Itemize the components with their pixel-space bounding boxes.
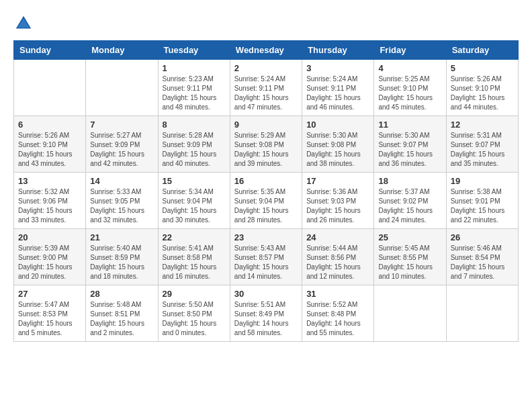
day-number: 17 [306,176,369,186]
day-of-week-header: Monday [86,41,158,60]
calendar-day-cell: 5Sunrise: 5:26 AM Sunset: 9:10 PM Daylig… [446,60,518,116]
day-number: 10 [306,120,369,130]
day-number: 13 [18,176,81,186]
calendar-day-cell: 14Sunrise: 5:33 AM Sunset: 9:05 PM Dayli… [86,173,158,229]
day-number: 14 [90,176,153,186]
day-number: 26 [451,232,514,242]
calendar-day-cell: 30Sunrise: 5:51 AM Sunset: 8:49 PM Dayli… [230,285,302,342]
day-info: Sunrise: 5:29 AM Sunset: 9:08 PM Dayligh… [234,131,298,169]
day-info: Sunrise: 5:30 AM Sunset: 9:08 PM Dayligh… [306,131,369,169]
calendar-day-cell: 11Sunrise: 5:30 AM Sunset: 9:07 PM Dayli… [374,116,446,173]
day-info: Sunrise: 5:33 AM Sunset: 9:05 PM Dayligh… [90,187,153,225]
page-header [13,13,519,34]
day-info: Sunrise: 5:41 AM Sunset: 8:58 PM Dayligh… [163,244,226,281]
day-number: 19 [451,176,514,186]
day-number: 7 [90,120,153,130]
day-number: 6 [18,120,81,130]
calendar-day-cell: 15Sunrise: 5:34 AM Sunset: 9:04 PM Dayli… [158,173,230,229]
calendar-table: SundayMondayTuesdayWednesdayThursdayFrid… [13,40,519,342]
calendar-day-cell: 2Sunrise: 5:24 AM Sunset: 9:11 PM Daylig… [230,60,302,116]
calendar-day-cell: 9Sunrise: 5:29 AM Sunset: 9:08 PM Daylig… [230,116,302,173]
day-info: Sunrise: 5:25 AM Sunset: 9:10 PM Dayligh… [378,75,441,112]
day-number: 1 [163,63,226,73]
calendar-day-cell: 18Sunrise: 5:37 AM Sunset: 9:02 PM Dayli… [374,173,446,229]
calendar-day-cell: 25Sunrise: 5:45 AM Sunset: 8:55 PM Dayli… [374,229,446,285]
calendar-day-cell: 3Sunrise: 5:24 AM Sunset: 9:11 PM Daylig… [302,60,374,116]
day-number: 20 [18,232,81,242]
calendar-week-row: 20Sunrise: 5:39 AM Sunset: 9:00 PM Dayli… [14,229,519,285]
day-of-week-header: Saturday [446,41,518,60]
day-info: Sunrise: 5:48 AM Sunset: 8:51 PM Dayligh… [90,300,153,338]
day-info: Sunrise: 5:51 AM Sunset: 8:49 PM Dayligh… [234,300,298,338]
calendar-day-cell: 4Sunrise: 5:25 AM Sunset: 9:10 PM Daylig… [374,60,446,116]
day-info: Sunrise: 5:43 AM Sunset: 8:57 PM Dayligh… [234,244,298,281]
calendar-day-cell [446,285,518,342]
calendar-day-cell: 22Sunrise: 5:41 AM Sunset: 8:58 PM Dayli… [158,229,230,285]
day-info: Sunrise: 5:31 AM Sunset: 9:07 PM Dayligh… [451,131,514,169]
calendar-day-cell [374,285,446,342]
day-info: Sunrise: 5:52 AM Sunset: 8:48 PM Dayligh… [306,300,369,338]
day-of-week-header: Wednesday [230,41,302,60]
day-number: 27 [18,289,81,299]
day-number: 18 [378,176,441,186]
day-info: Sunrise: 5:40 AM Sunset: 8:59 PM Dayligh… [90,244,153,281]
calendar-day-cell: 27Sunrise: 5:47 AM Sunset: 8:53 PM Dayli… [14,285,86,342]
day-number: 25 [378,232,441,242]
day-info: Sunrise: 5:26 AM Sunset: 9:10 PM Dayligh… [451,75,514,112]
day-info: Sunrise: 5:44 AM Sunset: 8:56 PM Dayligh… [306,244,369,281]
day-info: Sunrise: 5:30 AM Sunset: 9:07 PM Dayligh… [378,131,441,169]
day-number: 31 [306,289,369,299]
day-number: 16 [234,176,298,186]
calendar-day-cell: 6Sunrise: 5:26 AM Sunset: 9:10 PM Daylig… [14,116,86,173]
day-number: 5 [451,63,514,73]
calendar-day-cell: 7Sunrise: 5:27 AM Sunset: 9:09 PM Daylig… [86,116,158,173]
day-number: 2 [234,63,298,73]
day-info: Sunrise: 5:38 AM Sunset: 9:01 PM Dayligh… [451,187,514,225]
calendar-week-row: 6Sunrise: 5:26 AM Sunset: 9:10 PM Daylig… [14,116,519,173]
calendar-day-cell: 31Sunrise: 5:52 AM Sunset: 8:48 PM Dayli… [302,285,374,342]
day-info: Sunrise: 5:45 AM Sunset: 8:55 PM Dayligh… [378,244,441,281]
calendar-day-cell: 17Sunrise: 5:36 AM Sunset: 9:03 PM Dayli… [302,173,374,229]
calendar-day-cell: 21Sunrise: 5:40 AM Sunset: 8:59 PM Dayli… [86,229,158,285]
day-info: Sunrise: 5:36 AM Sunset: 9:03 PM Dayligh… [306,187,369,225]
day-info: Sunrise: 5:47 AM Sunset: 8:53 PM Dayligh… [18,300,81,338]
day-info: Sunrise: 5:35 AM Sunset: 9:04 PM Dayligh… [234,187,298,225]
day-number: 9 [234,120,298,130]
calendar-day-cell: 13Sunrise: 5:32 AM Sunset: 9:06 PM Dayli… [14,173,86,229]
day-info: Sunrise: 5:37 AM Sunset: 9:02 PM Dayligh… [378,187,441,225]
day-info: Sunrise: 5:32 AM Sunset: 9:06 PM Dayligh… [18,187,81,225]
calendar-week-row: 13Sunrise: 5:32 AM Sunset: 9:06 PM Dayli… [14,173,519,229]
calendar-day-cell: 10Sunrise: 5:30 AM Sunset: 9:08 PM Dayli… [302,116,374,173]
calendar-day-cell: 26Sunrise: 5:46 AM Sunset: 8:54 PM Dayli… [446,229,518,285]
day-info: Sunrise: 5:28 AM Sunset: 9:09 PM Dayligh… [163,131,226,169]
day-number: 11 [378,120,441,130]
day-info: Sunrise: 5:26 AM Sunset: 9:10 PM Dayligh… [18,131,81,169]
calendar-day-cell: 16Sunrise: 5:35 AM Sunset: 9:04 PM Dayli… [230,173,302,229]
day-number: 12 [451,120,514,130]
logo-icon [13,13,34,34]
calendar-day-cell [86,60,158,116]
day-info: Sunrise: 5:24 AM Sunset: 9:11 PM Dayligh… [306,75,369,112]
day-of-week-header: Thursday [302,41,374,60]
calendar-day-cell: 19Sunrise: 5:38 AM Sunset: 9:01 PM Dayli… [446,173,518,229]
calendar-day-cell [14,60,86,116]
calendar-day-cell: 28Sunrise: 5:48 AM Sunset: 8:51 PM Dayli… [86,285,158,342]
calendar-week-row: 27Sunrise: 5:47 AM Sunset: 8:53 PM Dayli… [14,285,519,342]
calendar-day-cell: 1Sunrise: 5:23 AM Sunset: 9:11 PM Daylig… [158,60,230,116]
calendar-day-cell: 24Sunrise: 5:44 AM Sunset: 8:56 PM Dayli… [302,229,374,285]
day-of-week-header: Friday [374,41,446,60]
day-number: 30 [234,289,298,299]
calendar-day-cell: 12Sunrise: 5:31 AM Sunset: 9:07 PM Dayli… [446,116,518,173]
day-number: 4 [378,63,441,73]
day-number: 28 [90,289,153,299]
calendar-day-cell: 23Sunrise: 5:43 AM Sunset: 8:57 PM Dayli… [230,229,302,285]
day-info: Sunrise: 5:46 AM Sunset: 8:54 PM Dayligh… [451,244,514,281]
day-info: Sunrise: 5:39 AM Sunset: 9:00 PM Dayligh… [18,244,81,281]
day-info: Sunrise: 5:27 AM Sunset: 9:09 PM Dayligh… [90,131,153,169]
calendar-day-cell: 20Sunrise: 5:39 AM Sunset: 9:00 PM Dayli… [14,229,86,285]
day-of-week-header: Tuesday [158,41,230,60]
calendar-day-cell: 8Sunrise: 5:28 AM Sunset: 9:09 PM Daylig… [158,116,230,173]
day-info: Sunrise: 5:24 AM Sunset: 9:11 PM Dayligh… [234,75,298,112]
day-number: 24 [306,232,369,242]
day-number: 3 [306,63,369,73]
